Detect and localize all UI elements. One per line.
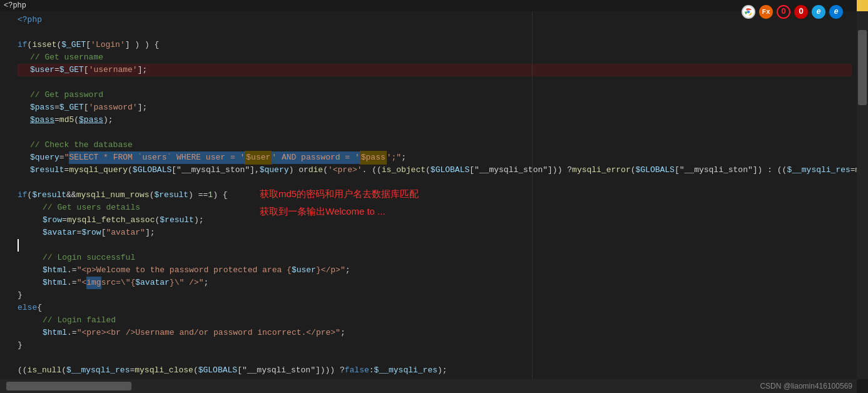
code-line-29: ((is_null($__mysqli_res = mysqli_close($…	[18, 364, 852, 377]
annotation-2: 获取到一条输出Welcome to ...	[260, 203, 385, 220]
code-line-6	[18, 76, 852, 89]
code-line-5: $user = $_GET[ 'username' ];	[18, 64, 852, 76]
code-line-26: $html .= "<pre><br />Username and/or pas…	[18, 327, 852, 339]
code-line-12: $query = "SELECT * FROM `users` WHERE us…	[18, 151, 852, 164]
firefox-icon[interactable]: Fx	[759, 5, 773, 19]
yellow-corner	[857, 0, 868, 11]
code-line-20: // Login successful	[18, 252, 852, 264]
opera2-icon[interactable]: O	[794, 5, 808, 19]
code-line-17: $row = mysqli_fetch_assoc( $result );	[18, 214, 852, 227]
code-line-11: // Check the database	[18, 139, 852, 151]
chrome-icon[interactable]	[742, 5, 755, 19]
code-line-15: if( $result && mysqli_num_rows( $result …	[18, 189, 852, 202]
code-line-24: else {	[18, 302, 852, 314]
code-line-21: $html .= "<p>Welcome to the password pro…	[18, 264, 852, 277]
top-bar: <?php	[0, 0, 868, 11]
csdn-label: CSDN @liaomin416100569	[760, 382, 852, 390]
php-tag: <?php	[4, 1, 26, 10]
ie-icon[interactable]: e	[812, 5, 825, 19]
csdn-watermark: CSDN @liaomin416100569	[760, 382, 852, 390]
code-line-4: // Get username	[18, 51, 852, 64]
code-line-1: <?php	[18, 14, 852, 26]
php-open-tag: <?php	[18, 14, 42, 26]
browser-icons: Fx O O e e	[742, 5, 843, 19]
code-line-22: $html .= "<img src=\"{$avatar}\" />";	[18, 277, 852, 289]
code-line-13: $result = mysqli_query($GLOBALS["__mysql…	[18, 164, 852, 176]
code-line-23: }	[18, 289, 852, 302]
code-line-3: if( isset( $_GET[ 'Login' ] ) ) {	[18, 39, 852, 51]
code-line-9: $pass = md5( $pass );	[18, 114, 852, 126]
code-line-10	[18, 126, 852, 139]
code-line-8: $pass = $_GET[ 'password' ];	[18, 101, 852, 114]
code-line-27: }	[18, 339, 852, 352]
code-content: <?php if( isset( $_GET[ 'Login' ] ) ) { …	[13, 11, 857, 379]
code-line-19	[18, 239, 852, 252]
divider	[532, 11, 533, 379]
scrollbar-vertical[interactable]	[857, 11, 868, 379]
code-line-18: $avatar = $row["avatar"];	[18, 227, 852, 239]
opera-icon[interactable]: O	[777, 5, 790, 19]
svg-point-0	[747, 11, 750, 14]
annotation-1: 获取md5的密码和用户名去数据库匹配	[260, 185, 419, 203]
code-line-28	[18, 352, 852, 364]
code-line-16: // Get users details	[18, 202, 852, 214]
scrollbar-thumb-vertical[interactable]	[858, 30, 867, 105]
code-line-25: // Login failed	[18, 314, 852, 327]
code-line-2	[18, 26, 852, 39]
scrollbar-thumb-horizontal[interactable]	[6, 382, 131, 390]
edge-icon[interactable]: e	[829, 5, 843, 19]
code-line-7: // Get password	[18, 89, 852, 101]
code-line-14	[18, 176, 852, 189]
scrollbar-horizontal[interactable]	[0, 379, 857, 393]
code-area: <?php if( isset( $_GET[ 'Login' ] ) ) { …	[0, 11, 857, 379]
